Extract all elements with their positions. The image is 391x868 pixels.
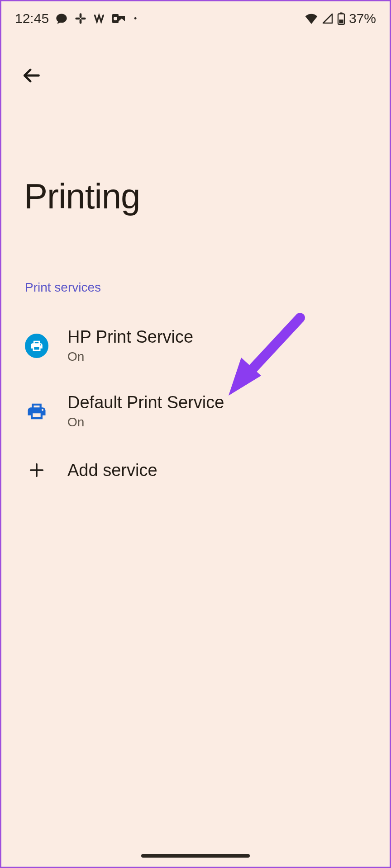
printer-icon [25,400,48,423]
chat-icon [55,12,68,25]
battery-percentage: 37% [349,11,376,26]
svg-rect-8 [339,19,343,23]
svg-rect-7 [340,13,343,14]
back-button[interactable] [17,61,46,90]
outlook-icon [112,13,126,24]
svg-rect-1 [80,19,82,24]
add-service-button[interactable]: Add service [1,444,390,496]
service-item-hp[interactable]: HP Print Service On [1,313,390,378]
section-header-print-services: Print services [1,217,390,295]
plus-icon [25,458,48,482]
battery-icon [337,12,345,25]
wifi-icon [305,13,318,24]
page-title: Printing [1,90,390,217]
arrow-back-icon [21,66,41,85]
more-notifications-icon: • [134,14,137,23]
service-status: On [67,349,193,364]
svg-rect-2 [75,18,80,20]
gesture-nav-handle[interactable] [141,854,250,858]
signal-icon [322,13,334,24]
status-right: 37% [305,11,376,26]
slack-icon [74,12,87,25]
print-services-list: HP Print Service On Default Print Servic… [1,295,390,496]
app-bar [1,34,390,90]
service-title: Default Print Service [67,393,224,412]
app-icon-1 [93,12,106,25]
service-item-default[interactable]: Default Print Service On [1,378,390,444]
add-service-label: Add service [67,461,157,480]
status-bar: 12:45 • 37% [1,1,390,34]
service-status: On [67,415,224,429]
hp-print-icon [25,334,48,358]
status-time: 12:45 [15,11,49,26]
svg-point-5 [114,17,117,20]
service-title: HP Print Service [67,327,193,347]
svg-rect-3 [81,18,86,20]
status-left: 12:45 • [15,11,137,26]
svg-rect-0 [80,13,82,18]
